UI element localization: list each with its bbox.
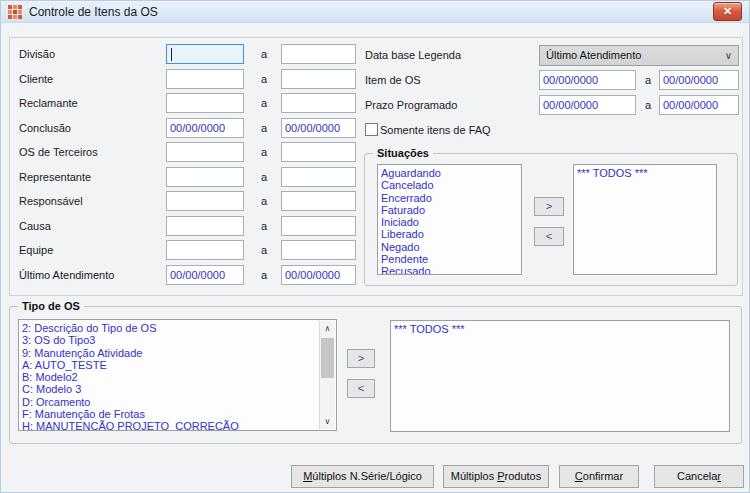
list-item[interactable]: 2: Descrição do Tipo de OS [22, 322, 318, 334]
field-label: Último Atendimento [19, 265, 114, 285]
titlebar: Controle de Itens da OS ✕ [1, 1, 749, 23]
button-label: onfirmar [583, 470, 623, 482]
ultimo-atendimento-to-input[interactable] [281, 265, 356, 285]
list-item[interactable]: Negado [381, 241, 521, 253]
close-icon[interactable]: ✕ [713, 2, 742, 21]
situacoes-move-right-button[interactable]: > [534, 197, 564, 216]
confirmar-button[interactable]: Confirmar [559, 465, 639, 488]
tipo-os-groupbox: Tipo de OS 2: Descrição do Tipo de OS 3:… [9, 306, 742, 444]
row-prazo-programado: Prazo Programado a [1, 95, 750, 115]
list-item[interactable]: H: MANUTENCÃO PROJETO CORRECÃO [22, 420, 318, 431]
field-label: Prazo Programado [365, 95, 457, 115]
scrollbar-thumb[interactable] [321, 338, 334, 378]
tipo-os-move-left-button[interactable]: < [347, 379, 375, 398]
window-title: Controle de Itens da OS [29, 1, 158, 23]
list-item[interactable]: Recusado [381, 265, 521, 275]
prazo-from-input[interactable] [539, 95, 636, 115]
list-item[interactable]: *** TODOS *** [577, 167, 716, 179]
item-os-to-input[interactable] [659, 70, 739, 90]
tipo-os-available-list[interactable]: 2: Descrição do Tipo de OS 3: OS do Tipo… [18, 319, 337, 431]
ultimo-atendimento-from-input[interactable] [166, 265, 244, 285]
range-separator: a [256, 191, 272, 211]
chevron-down-icon: ∨ [725, 49, 732, 63]
field-label: Item de OS [365, 70, 421, 90]
list-item[interactable]: Encerrado [381, 192, 521, 204]
list-item[interactable]: 3: OS do Tipo3 [22, 334, 318, 346]
button-label: Cancela [677, 470, 717, 482]
field-label: Causa [19, 216, 51, 236]
representante-to-input[interactable] [281, 167, 356, 187]
cancelar-button[interactable]: Cancelar [654, 465, 744, 488]
row-data-base-legenda: Data base Legenda Último Atendimento ∨ [1, 45, 750, 65]
scroll-down-icon[interactable]: ∨ [320, 414, 335, 429]
app-icon [8, 5, 22, 19]
situacoes-groupbox: Situações Aguardando Cancelado Encerrado… [364, 153, 738, 286]
groupbox-title: Situações [373, 146, 433, 160]
button-label: C [575, 470, 583, 482]
list-item[interactable]: B: Modelo2 [22, 371, 318, 383]
button-label: Múltiplos [451, 470, 497, 482]
field-label: OS de Terceiros [19, 142, 98, 162]
multiplos-produtos-button[interactable]: Múltiplos Produtos [443, 465, 549, 488]
row-item-de-os: Item de OS a [1, 70, 750, 90]
button-label: últiplos N.Série/Lógico [312, 470, 421, 482]
causa-to-input[interactable] [281, 216, 356, 236]
situacoes-available-list[interactable]: Aguardando Cancelado Encerrado Faturado … [377, 164, 522, 275]
range-separator: a [256, 216, 272, 236]
selected-option: Último Atendimento [546, 49, 641, 61]
list-item[interactable]: *** TODOS *** [394, 323, 729, 335]
somente-faq-checkbox[interactable] [365, 123, 378, 136]
button-label: r [717, 470, 721, 482]
multiplos-nserie-logico-button[interactable]: Múltiplos N.Série/Lógico [291, 465, 434, 488]
data-base-legenda-select[interactable]: Último Atendimento ∨ [539, 45, 739, 66]
causa-from-input[interactable] [166, 216, 244, 236]
responsavel-to-input[interactable] [281, 191, 356, 211]
checkbox-label: Somente itens de FAQ [380, 120, 491, 140]
range-separator: a [641, 70, 655, 90]
os-terceiros-to-input[interactable] [281, 142, 356, 162]
list-item[interactable]: Liberado [381, 228, 521, 240]
responsavel-from-input[interactable] [166, 191, 244, 211]
equipe-from-input[interactable] [166, 240, 244, 260]
list-item[interactable]: Iniciado [381, 216, 521, 228]
scroll-up-icon[interactable]: ∧ [320, 321, 335, 336]
list-item[interactable]: C: Modelo 3 [22, 383, 318, 395]
button-label: P [497, 470, 504, 482]
field-label: Equipe [19, 240, 53, 260]
button-label: rodutos [505, 470, 542, 482]
representante-from-input[interactable] [166, 167, 244, 187]
list-item[interactable]: Aguardando [381, 167, 521, 179]
prazo-to-input[interactable] [659, 95, 739, 115]
list-item[interactable]: 9: Manutenção Atividade [22, 347, 318, 359]
tipo-os-move-right-button[interactable]: > [347, 349, 375, 368]
situacoes-selected-list[interactable]: *** TODOS *** [573, 164, 717, 275]
row-somente-faq: Somente itens de FAQ [1, 120, 750, 140]
range-separator: a [256, 167, 272, 187]
field-label: Representante [19, 167, 91, 187]
range-separator: a [256, 142, 272, 162]
groupbox-title: Tipo de OS [18, 299, 84, 313]
list-item[interactable]: Faturado [381, 204, 521, 216]
list-item[interactable]: Cancelado [381, 179, 521, 191]
situacoes-move-left-button[interactable]: < [534, 227, 564, 246]
button-label: M [303, 470, 312, 482]
range-separator: a [641, 95, 655, 115]
vertical-scrollbar[interactable]: ∧ ∨ [319, 321, 335, 429]
item-os-from-input[interactable] [539, 70, 636, 90]
os-terceiros-from-input[interactable] [166, 142, 244, 162]
equipe-to-input[interactable] [281, 240, 356, 260]
field-label: Data base Legenda [365, 45, 461, 65]
range-separator: a [256, 265, 272, 285]
dialog-controle-itens-os: Controle de Itens da OS ✕ Divisão a Clie… [0, 0, 750, 493]
list-item[interactable]: A: AUTO_TESTE [22, 359, 318, 371]
field-label: Responsável [19, 191, 83, 211]
list-item[interactable]: D: Orcamento [22, 396, 318, 408]
list-item[interactable]: F: Manutenção de Frotas [22, 408, 318, 420]
range-separator: a [256, 240, 272, 260]
list-item[interactable]: Pendente [381, 253, 521, 265]
tipo-os-selected-list[interactable]: *** TODOS *** [390, 320, 730, 432]
